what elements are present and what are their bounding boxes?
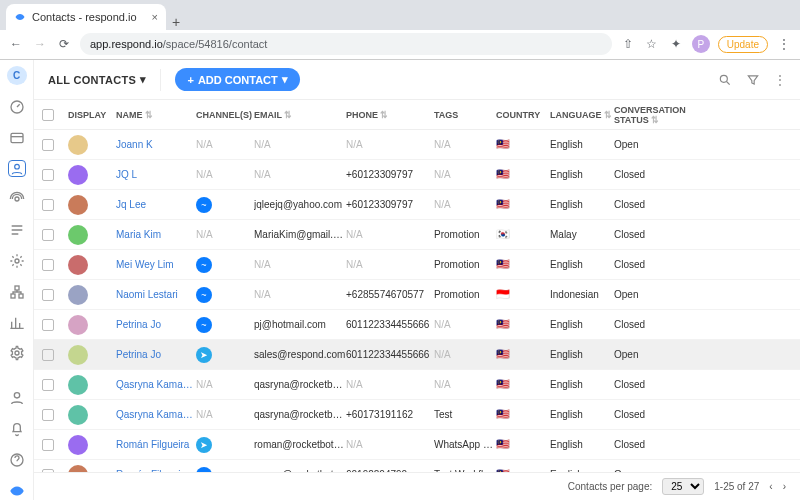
url-path: /space/54816/contact xyxy=(163,38,268,50)
table-header: DISPLAY NAME⇅ CHANNEL(S) EMAIL⇅ PHONE⇅ T… xyxy=(34,100,800,130)
col-language[interactable]: LANGUAGE⇅ xyxy=(550,110,614,120)
table-row[interactable]: Petrina Jo➤sales@respond.com601122334455… xyxy=(34,340,800,370)
contact-name-link[interactable]: Naomi Lestari xyxy=(116,289,196,300)
contact-name-link[interactable]: Román Filgueira xyxy=(116,439,196,450)
cell-country: 🇲🇾 xyxy=(496,378,550,391)
table-row[interactable]: Jq Lee~jqleejq@yahoo.com+60123309797N/A🇲… xyxy=(34,190,800,220)
table-row[interactable]: Qasryna KamarudinN/Aqasryna@rocketbots.i… xyxy=(34,370,800,400)
cell-channel: N/A xyxy=(196,409,254,420)
contact-name-link[interactable]: Petrina Jo xyxy=(116,349,196,360)
row-checkbox[interactable] xyxy=(42,379,54,391)
row-checkbox[interactable] xyxy=(42,259,54,271)
col-tags[interactable]: TAGS xyxy=(434,110,496,120)
col-name[interactable]: NAME⇅ xyxy=(116,110,196,120)
notifications-icon[interactable] xyxy=(8,420,26,437)
integrations-icon[interactable] xyxy=(8,253,26,270)
contact-name-link[interactable]: Joann K xyxy=(116,139,196,150)
browser-tab[interactable]: Contacts - respond.io × xyxy=(6,4,166,30)
per-page-label: Contacts per page: xyxy=(568,481,653,492)
cell-phone: +6285574670577 xyxy=(346,289,434,300)
table-row[interactable]: JQ LN/AN/A+60123309797N/A🇲🇾EnglishClosed xyxy=(34,160,800,190)
contact-name-link[interactable]: Maria Kim xyxy=(116,229,196,240)
table-row[interactable]: Qasryna KamarudinN/Aqasryna@rocketbots.i… xyxy=(34,400,800,430)
svg-rect-1 xyxy=(11,133,23,142)
dashboard-icon[interactable] xyxy=(8,99,26,116)
contact-name-link[interactable]: Qasryna Kamarudin xyxy=(116,409,196,420)
segment-dropdown[interactable]: ALL CONTACTS ▾ xyxy=(48,73,146,86)
new-tab-button[interactable]: + xyxy=(166,14,186,30)
contact-name-link[interactable]: Mei Wey Lim xyxy=(116,259,196,270)
row-checkbox[interactable] xyxy=(42,199,54,211)
filter-icon[interactable] xyxy=(746,73,760,87)
row-checkbox[interactable] xyxy=(42,139,54,151)
more-icon[interactable]: ⋮ xyxy=(774,73,786,87)
star-icon[interactable]: ☆ xyxy=(644,37,660,51)
row-checkbox[interactable] xyxy=(42,169,54,181)
cell-channel: ➤ xyxy=(196,437,254,453)
workflows-icon[interactable] xyxy=(8,222,26,239)
cell-language: English xyxy=(550,169,614,180)
col-country[interactable]: COUNTRY xyxy=(496,110,550,120)
extensions-icon[interactable]: ✦ xyxy=(668,37,684,51)
avatar xyxy=(68,165,88,185)
avatar xyxy=(68,225,88,245)
col-status[interactable]: CONVERSATION STATUS⇅ xyxy=(614,105,714,125)
url-field[interactable]: app.respond.io/space/54816/contact xyxy=(80,33,612,55)
profile-avatar[interactable]: P xyxy=(692,35,710,53)
row-checkbox[interactable] xyxy=(42,229,54,241)
update-button[interactable]: Update xyxy=(718,36,768,53)
chevron-down-icon: ▾ xyxy=(282,73,288,86)
url-host: app.respond.io xyxy=(90,38,163,50)
cell-channel: ~ xyxy=(196,257,254,273)
row-checkbox[interactable] xyxy=(42,349,54,361)
add-contact-button[interactable]: + ADD CONTACT ▾ xyxy=(175,68,299,91)
reload-icon[interactable]: ⟳ xyxy=(56,37,72,51)
inbox-icon[interactable] xyxy=(8,129,26,146)
main-content: ALL CONTACTS ▾ + ADD CONTACT ▾ ⋮ DISPLAY… xyxy=(34,60,800,500)
broadcast-icon[interactable] xyxy=(8,191,26,208)
share-icon[interactable]: ⇧ xyxy=(620,37,636,51)
org-icon[interactable] xyxy=(8,283,26,300)
back-icon[interactable]: ← xyxy=(8,37,24,51)
table-row[interactable]: Román Filgueira~roman@rocketbots.io60192… xyxy=(34,460,800,472)
table-row[interactable]: Román Filgueira➤roman@rocketbots.ioN/AWh… xyxy=(34,430,800,460)
col-display[interactable]: DISPLAY xyxy=(68,110,116,120)
select-all-checkbox[interactable] xyxy=(42,109,54,121)
contact-name-link[interactable]: JQ L xyxy=(116,169,196,180)
contact-name-link[interactable]: Qasryna Kamarudin xyxy=(116,379,196,390)
search-icon[interactable] xyxy=(718,73,732,87)
col-email[interactable]: EMAIL⇅ xyxy=(254,110,346,120)
help-icon[interactable] xyxy=(8,451,26,468)
row-checkbox[interactable] xyxy=(42,319,54,331)
contact-name-link[interactable]: Petrina Jo xyxy=(116,319,196,330)
cell-phone: +60123309797 xyxy=(346,169,434,180)
workspace-switcher[interactable]: C xyxy=(7,66,27,85)
svg-point-8 xyxy=(15,351,19,355)
reports-icon[interactable] xyxy=(8,314,26,331)
prev-page-icon[interactable]: ‹ xyxy=(769,481,772,492)
col-phone[interactable]: PHONE⇅ xyxy=(346,110,434,120)
avatar xyxy=(68,315,88,335)
col-channels[interactable]: CHANNEL(S) xyxy=(196,110,254,120)
close-icon[interactable]: × xyxy=(152,11,158,23)
cell-language: English xyxy=(550,379,614,390)
table-row[interactable]: Naomi Lestari~N/A+6285574670577Promotion… xyxy=(34,280,800,310)
table-row[interactable]: Joann KN/AN/AN/AN/A🇲🇾EnglishOpen xyxy=(34,130,800,160)
menu-icon[interactable]: ⋮ xyxy=(776,37,792,51)
next-page-icon[interactable]: › xyxy=(783,481,786,492)
table-row[interactable]: Maria KimN/AMariaKim@gmail.comN/APromoti… xyxy=(34,220,800,250)
table-row[interactable]: Petrina Jo~pj@hotmail.com601122334455666… xyxy=(34,310,800,340)
messenger-icon: ~ xyxy=(196,287,212,303)
user-icon[interactable] xyxy=(8,390,26,407)
per-page-select[interactable]: 25 xyxy=(662,478,704,495)
settings-icon[interactable] xyxy=(8,345,26,362)
messenger-icon: ~ xyxy=(196,317,212,333)
row-checkbox[interactable] xyxy=(42,289,54,301)
contact-name-link[interactable]: Jq Lee xyxy=(116,199,196,210)
row-checkbox[interactable] xyxy=(42,439,54,451)
row-checkbox[interactable] xyxy=(42,409,54,421)
table-row[interactable]: Mei Wey Lim~N/AN/APromotion🇲🇾EnglishClos… xyxy=(34,250,800,280)
cell-phone: N/A xyxy=(346,379,434,390)
cell-phone: N/A xyxy=(346,229,434,240)
contacts-icon[interactable] xyxy=(8,160,26,177)
